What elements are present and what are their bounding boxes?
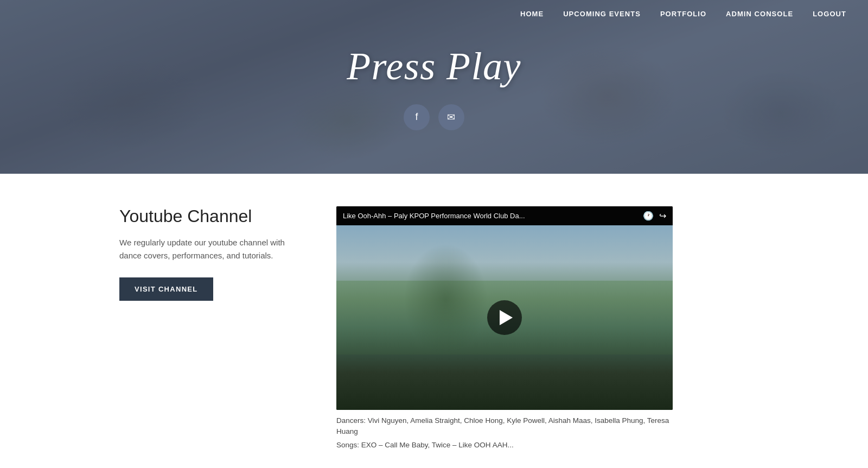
video-caption: Dancers: Vivi Nguyen, Amelia Straight, C… — [336, 415, 673, 438]
email-icon: ✉ — [447, 111, 455, 123]
share-icon[interactable]: ↪ — [659, 211, 666, 221]
left-column: Youtube Channel We regularly update our … — [119, 206, 293, 301]
nav-upcoming-events[interactable]: UPCOMING EVENTS — [563, 10, 641, 18]
main-content: Youtube Channel We regularly update our … — [0, 174, 868, 468]
video-caption-2: Songs: EXO – Call Me Baby, Twice – Like … — [336, 440, 673, 451]
watch-later-icon[interactable]: 🕐 — [643, 211, 654, 221]
nav-portfolio[interactable]: PORTFOLIO — [660, 10, 706, 18]
email-button[interactable]: ✉ — [438, 104, 464, 130]
video-thumbnail[interactable] — [336, 225, 673, 410]
right-column: Like Ooh-Ahh – Paly KPOP Performance Wor… — [336, 206, 749, 451]
video-top-bar: Like Ooh-Ahh – Paly KPOP Performance Wor… — [336, 206, 673, 225]
facebook-button[interactable]: f — [404, 104, 430, 130]
nav-admin-console[interactable]: ADMIN CONSOLE — [726, 10, 793, 18]
hero-content: Press Play f ✉ — [347, 44, 521, 130]
youtube-description: We regularly update our youtube channel … — [119, 236, 293, 262]
video-top-icons: 🕐 ↪ — [643, 211, 666, 221]
visit-channel-button[interactable]: VISIT CHANNEL — [119, 277, 213, 301]
video-title: Like Ooh-Ahh – Paly KPOP Performance Wor… — [343, 212, 643, 220]
youtube-heading: Youtube Channel — [119, 206, 293, 226]
navbar: HOME UPCOMING EVENTS PORTFOLIO ADMIN CON… — [0, 0, 868, 28]
hero-social-icons: f ✉ — [404, 104, 464, 130]
play-button[interactable] — [487, 300, 522, 335]
nav-home[interactable]: HOME — [520, 10, 544, 18]
hero-title: Press Play — [347, 44, 521, 89]
facebook-icon: f — [415, 111, 418, 123]
video-wrapper: Like Ooh-Ahh – Paly KPOP Performance Wor… — [336, 206, 673, 410]
nav-logout[interactable]: LOGOUT — [813, 10, 846, 18]
